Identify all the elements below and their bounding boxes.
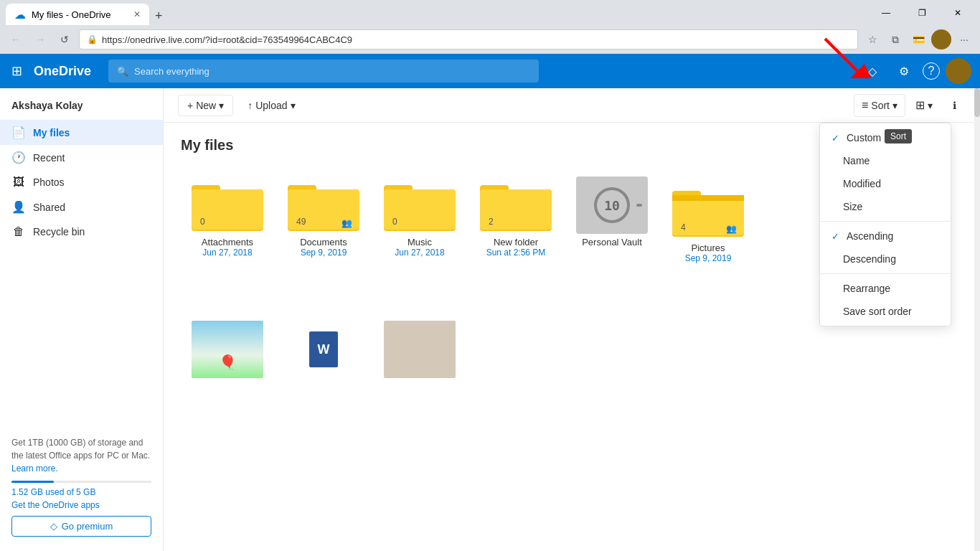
address-bar: ← → ↺ 🔒 https://onedrive.live.com/?id=ro… [0, 25, 980, 54]
sort-chevron-icon: ▾ [892, 100, 897, 111]
sort-button[interactable]: ≡ Sort ▾ [854, 94, 905, 117]
folder-icon-new-folder: 2 [480, 176, 552, 234]
sort-tooltip: Sort [885, 129, 912, 143]
file-item-documents[interactable]: 49 👥 Documents Sep 9, 2019 [277, 168, 370, 272]
app-header: ⊞ OneDrive 🔍 Search everything ◇ ⚙ ? [0, 54, 980, 88]
collections-icon[interactable]: ⧉ [885, 29, 905, 50]
sort-divider-2 [820, 273, 951, 274]
new-button[interactable]: + New ▾ [178, 95, 233, 116]
minimize-button[interactable]: — [870, 2, 903, 24]
file-item-thumb2[interactable]: W [277, 312, 370, 387]
sidebar-label-photos: Photos [33, 176, 65, 188]
storage-bar-fill [11, 481, 54, 483]
upload-button[interactable]: ↑ Upload ▾ [239, 95, 303, 116]
close-button[interactable]: ✕ [941, 2, 974, 24]
sort-option-modified[interactable]: Modified [820, 172, 951, 195]
file-item-thumb1[interactable]: 🎈 [181, 312, 274, 387]
learn-more-link[interactable]: Learn more. [11, 463, 58, 474]
browser-profile-avatar[interactable] [931, 29, 951, 50]
star-icon[interactable]: ☆ [862, 29, 882, 50]
file-item-personal-vault[interactable]: 10 Personal Vault [565, 168, 659, 272]
app-launcher-icon[interactable]: ⊞ [9, 60, 25, 82]
sort-lines-icon: ≡ [862, 99, 868, 112]
vault-handle [636, 204, 642, 207]
user-avatar[interactable] [946, 58, 971, 84]
new-tab-button[interactable]: + [149, 7, 169, 25]
search-icon: 🔍 [117, 66, 128, 77]
vault-display: 10 [604, 198, 620, 213]
search-placeholder: Search everything [134, 66, 209, 77]
help-icon[interactable]: ? [923, 62, 940, 80]
folder-count-attachments: 0 [200, 217, 205, 227]
storage-bar [11, 481, 151, 483]
sidebar-item-recent[interactable]: 🕐 Recent [0, 145, 163, 170]
forward-button[interactable]: → [30, 29, 50, 50]
sort-option-descending[interactable]: Descending [820, 248, 951, 270]
sidebar-label-recent: Recent [33, 152, 65, 164]
folder-icon-music: 0 [384, 176, 456, 234]
file-item-thumb3[interactable] [373, 312, 466, 387]
folder-icon-pictures: 4 👥 [672, 182, 744, 240]
file-item-new-folder[interactable]: 2 New folder Sun at 2:56 PM [469, 168, 562, 272]
sort-option-ascending[interactable]: Ascending [820, 225, 951, 248]
sidebar-item-my-files[interactable]: 📄 My files [0, 120, 163, 145]
premium-icon[interactable]: ◇ [859, 58, 885, 84]
back-button[interactable]: ← [6, 29, 26, 50]
sidebar-item-recycle-bin[interactable]: 🗑 Recycle bin [0, 220, 163, 244]
info-button[interactable]: ℹ [943, 94, 966, 117]
vault-icon-container: 10 [576, 176, 648, 234]
storage-used-link[interactable]: 1.52 GB used of 5 GB [11, 487, 151, 497]
sidebar-label-my-files: My files [33, 127, 70, 138]
my-files-icon: 📄 [11, 126, 26, 139]
app: ⊞ OneDrive 🔍 Search everything ◇ ⚙ ? [0, 54, 980, 551]
view-grid-icon: ⊞ [915, 98, 925, 112]
url-text: https://onedrive.live.com/?id=root&cid=7… [102, 34, 352, 45]
shared-icon: 👤 [11, 200, 26, 214]
sidebar-item-shared[interactable]: 👤 Shared [0, 194, 163, 220]
active-tab[interactable]: ☁ My files - OneDrive ✕ [6, 4, 149, 25]
view-button[interactable]: ⊞ ▾ [908, 94, 940, 116]
thumbnail-3 [384, 321, 456, 378]
word-icon: W [309, 331, 338, 367]
refresh-button[interactable]: ↺ [55, 29, 75, 50]
file-item-music[interactable]: 0 Music Jun 27, 2018 [373, 168, 466, 272]
wallet-icon[interactable]: 💳 [908, 29, 928, 50]
browser-tabs: ☁ My files - OneDrive ✕ + [6, 0, 859, 25]
sidebar: Akshaya Kolay 📄 My files 🕐 Recent 🖼 Phot… [0, 88, 164, 551]
photo-thumb [384, 321, 456, 378]
window-controls: — ❐ ✕ [870, 2, 974, 24]
sort-option-name[interactable]: Name [820, 149, 951, 172]
sidebar-label-shared: Shared [33, 202, 65, 213]
sidebar-footer: Get 1TB (1000 GB) of storage and the lat… [0, 428, 163, 545]
restore-button[interactable]: ❐ [905, 2, 938, 24]
storage-promo-text: Get 1TB (1000 GB) of storage and the lat… [11, 436, 151, 475]
browser-chrome: ☁ My files - OneDrive ✕ + — ❐ ✕ [0, 0, 980, 25]
sort-option-size-label: Size [843, 201, 862, 212]
tab-close-button[interactable]: ✕ [133, 9, 141, 19]
settings-icon[interactable]: ⚙ [891, 58, 917, 84]
get-apps-link[interactable]: Get the OneDrive apps [11, 500, 151, 510]
sky-image: 🎈 [192, 321, 263, 378]
folder-count-pictures: 4 [681, 222, 686, 232]
sort-option-rearrange[interactable]: Rearrange [820, 277, 951, 300]
sort-option-rearrange-label: Rearrange [843, 283, 890, 294]
search-box[interactable]: 🔍 Search everything [108, 60, 539, 83]
more-options-icon[interactable]: ··· [954, 29, 974, 50]
sort-option-size[interactable]: Size [820, 195, 951, 218]
sort-option-save-label: Save sort order [843, 306, 912, 317]
scrollbar-track[interactable] [974, 88, 980, 551]
file-name-pictures: Pictures [692, 242, 725, 253]
sort-option-save-sort-order[interactable]: Save sort order [820, 300, 951, 323]
vault-ring: 10 [594, 187, 630, 223]
app-logo: OneDrive [34, 64, 91, 79]
folder-count-music: 0 [392, 217, 397, 227]
file-name-new-folder: New folder [494, 237, 538, 248]
url-bar[interactable]: 🔒 https://onedrive.live.com/?id=root&cid… [79, 29, 858, 50]
file-item-pictures[interactable]: 4 👥 Pictures Sep 9, 2019 [661, 174, 755, 272]
go-premium-button[interactable]: ◇ Go premium [11, 516, 151, 537]
scrollbar-thumb[interactable] [974, 88, 980, 117]
sidebar-item-photos[interactable]: 🖼 Photos [0, 170, 163, 194]
file-item-attachments[interactable]: 0 Attachments Jun 27, 2018 [181, 168, 274, 272]
upload-up-icon: ↑ [248, 100, 253, 111]
browser-toolbar: ☆ ⧉ 💳 ··· [862, 29, 974, 50]
